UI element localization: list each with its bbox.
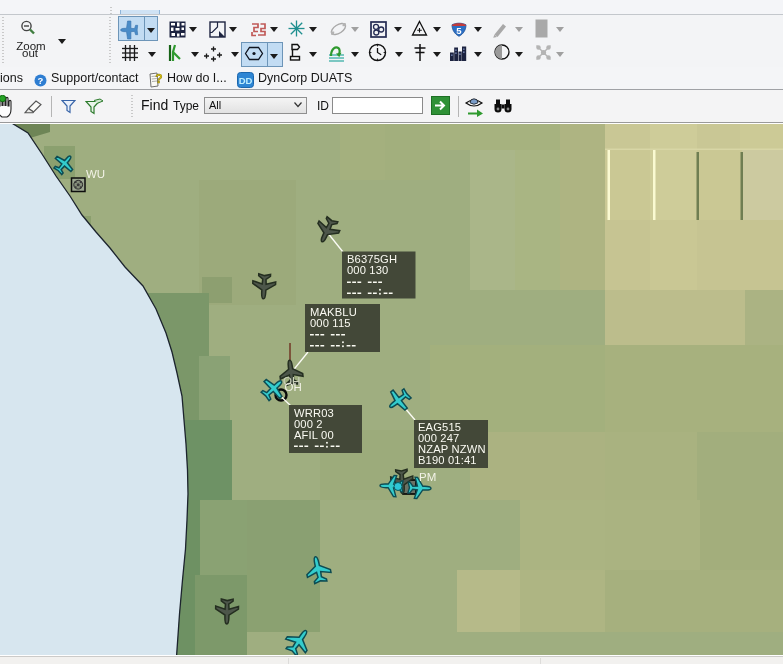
svg-text:AFIL 00: AFIL 00 [294, 429, 334, 441]
svg-text:000 130: 000 130 [347, 264, 389, 276]
svg-text:OH: OH [285, 381, 302, 393]
svg-text:?: ? [38, 75, 44, 86]
svg-text:WU: WU [86, 168, 105, 180]
svg-text:000 115: 000 115 [310, 317, 351, 329]
svg-text:B190 01:41: B190 01:41 [418, 454, 477, 466]
svg-text:5: 5 [456, 25, 462, 36]
svg-text:DD: DD [239, 75, 253, 86]
svg-text:PM: PM [419, 471, 436, 483]
svg-text:?: ? [155, 72, 162, 86]
